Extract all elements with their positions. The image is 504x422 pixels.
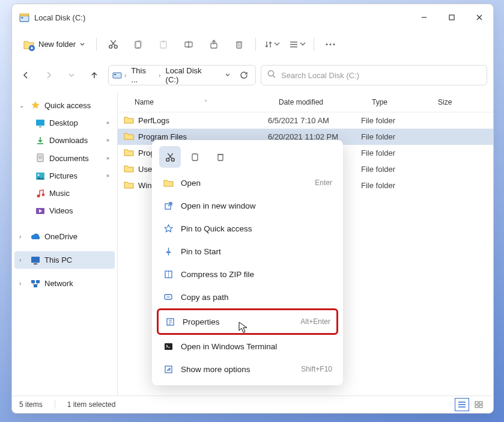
pin-icon: ✦	[103, 136, 111, 144]
share-button[interactable]	[202, 34, 225, 55]
chevron-right-icon[interactable]: ›	[123, 72, 127, 79]
svg-rect-21	[237, 42, 241, 48]
tree-downloads[interactable]: Downloads ✦	[14, 132, 115, 149]
ctx-compress[interactable]: Compress to ZIP file	[157, 263, 338, 286]
download-icon	[35, 136, 46, 145]
star-icon	[30, 100, 41, 110]
tree-desktop[interactable]: Desktop ✦	[14, 114, 115, 132]
svg-point-11	[114, 45, 117, 48]
zip-icon	[163, 269, 174, 280]
thumbnails-view-button[interactable]	[472, 398, 486, 411]
svg-rect-63	[218, 154, 223, 161]
toolbar: New folder	[12, 31, 493, 58]
svg-point-30	[333, 43, 335, 45]
tree-onedrive[interactable]: › OneDrive	[14, 228, 115, 245]
chevron-down-icon	[274, 41, 280, 47]
tree-quick-access[interactable]: ⌄ Quick access	[14, 96, 115, 114]
details-view-button[interactable]	[455, 398, 469, 411]
ctx-cut-button[interactable]	[159, 146, 181, 168]
properties-icon	[165, 316, 175, 327]
ctx-open-new-window[interactable]: Open in new window	[157, 194, 338, 217]
sort-button[interactable]	[261, 34, 284, 55]
search-box[interactable]: Search Local Disk (C:)	[261, 65, 487, 85]
copy-button[interactable]	[127, 34, 150, 55]
address-bar[interactable]: › This ... › Local Disk (C:)	[108, 65, 256, 85]
ctx-show-more[interactable]: Show more options Shift+F10	[157, 358, 338, 381]
pin-icon	[163, 246, 174, 257]
chevron-down-icon	[300, 41, 306, 47]
column-header-date[interactable]: Date modified	[279, 98, 372, 106]
maximize-button[interactable]	[438, 7, 466, 28]
svg-rect-2	[20, 14, 29, 16]
chevron-right-icon[interactable]: ›	[19, 257, 26, 263]
column-header-name[interactable]: Name ˄	[118, 98, 279, 106]
address-dropdown[interactable]	[220, 67, 235, 83]
svg-point-28	[326, 43, 328, 45]
ctx-copy-path[interactable]: Copy as path	[157, 286, 338, 308]
column-header-size[interactable]: Size	[438, 98, 486, 106]
folder-icon	[124, 164, 135, 174]
pc-icon	[30, 256, 41, 265]
sort-ascending-icon: ˄	[204, 99, 207, 106]
folder-icon	[124, 115, 135, 126]
svg-rect-17	[162, 40, 165, 42]
svg-rect-36	[39, 126, 41, 127]
column-headers: Name ˄ Date modified Type Size	[118, 93, 493, 112]
view-button[interactable]	[286, 34, 309, 55]
svg-point-59	[171, 158, 174, 161]
context-menu: Open Enter Open in new window Pin to Qui…	[152, 140, 343, 385]
more-button[interactable]	[319, 34, 342, 55]
ctx-open[interactable]: Open Enter	[157, 171, 338, 194]
svg-rect-1	[21, 17, 23, 18]
tree-pictures[interactable]: Pictures ✦	[14, 167, 115, 185]
chevron-down-icon[interactable]: ⌄	[19, 102, 26, 109]
ctx-pin-quick[interactable]: Pin to Quick access	[157, 217, 338, 240]
svg-rect-62	[192, 154, 198, 161]
ctx-pin-start[interactable]: Pin to Start	[157, 240, 338, 263]
search-icon	[267, 70, 276, 81]
cut-button[interactable]	[102, 34, 124, 55]
chevron-right-icon[interactable]: ›	[157, 72, 162, 79]
breadcrumb-current[interactable]: Local Disk (C:)	[163, 64, 218, 87]
tree-music[interactable]: Music	[14, 185, 115, 202]
tree-documents[interactable]: Documents ✦	[14, 149, 115, 167]
titlebar: Local Disk (C:)	[12, 4, 493, 31]
column-header-type[interactable]: Type	[372, 98, 438, 106]
folder-icon	[124, 180, 135, 191]
new-folder-button[interactable]: New folder	[17, 35, 91, 54]
status-item-count: 5 items	[19, 400, 43, 409]
chevron-right-icon[interactable]: ›	[19, 280, 26, 287]
recent-button[interactable]	[62, 66, 80, 84]
chevron-right-icon[interactable]: ›	[19, 233, 26, 240]
svg-rect-49	[36, 280, 40, 283]
music-icon	[35, 189, 46, 198]
refresh-button[interactable]	[237, 67, 252, 83]
pin-icon: ✦	[103, 172, 111, 180]
up-button[interactable]	[85, 66, 103, 84]
delete-button[interactable]	[228, 34, 250, 55]
ctx-delete-button[interactable]	[210, 146, 231, 168]
tree-videos[interactable]: Videos	[14, 202, 115, 219]
tree-this-pc[interactable]: › This PC	[14, 251, 115, 269]
forward-button[interactable]	[40, 66, 58, 84]
svg-point-58	[166, 158, 169, 161]
paste-button[interactable]	[152, 34, 175, 55]
close-button[interactable]	[466, 7, 493, 28]
back-button[interactable]	[17, 66, 35, 84]
minimize-button[interactable]	[410, 7, 438, 28]
svg-point-33	[269, 71, 274, 76]
breadcrumb-this-pc[interactable]: This ...	[129, 64, 156, 87]
ctx-copy-button[interactable]	[184, 146, 206, 168]
rename-button[interactable]	[177, 34, 200, 55]
search-placeholder: Search Local Disk (C:)	[281, 71, 359, 80]
ctx-open-terminal[interactable]: Open in Windows Terminal	[157, 335, 338, 358]
drive-icon	[112, 70, 122, 81]
folder-icon	[124, 132, 135, 142]
navigation-tree: ⌄ Quick access Desktop ✦ Downloads ✦ Doc…	[12, 93, 118, 396]
tree-network[interactable]: › Network	[14, 275, 115, 292]
svg-line-34	[273, 76, 276, 78]
file-row[interactable]: PerfLogs 6/5/2021 7:10 AM File folder	[118, 112, 493, 129]
videos-icon	[35, 207, 46, 215]
ctx-properties[interactable]: Properties Alt+Enter	[157, 308, 338, 335]
window-title: Local Disk (C:)	[34, 13, 85, 22]
